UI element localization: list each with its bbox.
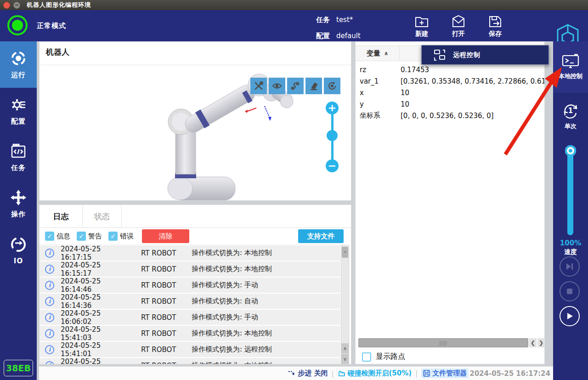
speed-slider-track[interactable]: [567, 148, 573, 235]
close-icon[interactable]: [3, 2, 10, 9]
show-waypoints-row: 显示路点: [362, 352, 405, 362]
clear-button[interactable]: 清除: [142, 229, 189, 243]
log-tabs: 日志 状态: [40, 205, 351, 228]
sidebar-item-label: 操作: [11, 210, 26, 219]
minimize-icon[interactable]: [13, 2, 20, 9]
filter-info-label: 信息: [57, 232, 70, 241]
filter-error-checkbox[interactable]: ✓: [108, 232, 118, 241]
variables-collapse[interactable]: 变量 ∧: [356, 45, 400, 61]
log-row[interactable]: i2024-05-25 16:15:17RT ROBOT操作模式切换为: 本地控…: [40, 261, 340, 277]
info-icon: i: [45, 329, 54, 338]
save-button[interactable]: 保存: [477, 12, 514, 40]
status-timestamp: 2024-05-25 16:17:24: [469, 369, 550, 378]
collision-icon: [338, 370, 345, 377]
log-panel: 日志 状态 ✓ 信息 ✓ 警告 ✓ 错误 清除 支持文件 i2024-05-25…: [39, 204, 351, 364]
scroll-right-button[interactable]: ❯: [537, 338, 545, 347]
scroll-down-button[interactable]: ∨: [341, 354, 349, 364]
show-waypoints-checkbox[interactable]: [362, 352, 371, 362]
log-row[interactable]: i2024-05-25 16:17:15RT ROBOT操作模式切换为: 本地控…: [40, 245, 340, 261]
variable-row[interactable]: 坐标系[0, 0, 0, 0.5236, 0.5236, 0]: [356, 110, 544, 121]
rotate-icon: [327, 81, 337, 91]
collision-status[interactable]: 碰撞检测开启(50%): [338, 369, 412, 378]
file-manager-button[interactable]: 文件管理器: [421, 369, 469, 378]
gear-icon: [10, 96, 27, 113]
tab-log[interactable]: 日志: [40, 205, 83, 228]
info-icon: i: [45, 249, 54, 258]
variable-row[interactable]: y10: [356, 98, 544, 110]
zoom-out-button[interactable]: −: [326, 159, 339, 172]
single-run-button[interactable]: 1 单次: [553, 101, 588, 130]
visibility-button[interactable]: [269, 78, 285, 94]
task-value: test*: [336, 16, 353, 24]
filter-info-checkbox[interactable]: ✓: [45, 232, 54, 241]
reset-view-button[interactable]: [324, 78, 340, 94]
code-window-icon: [10, 142, 27, 160]
sidebar-item-label: 任务: [11, 164, 26, 172]
play-button[interactable]: [560, 306, 580, 326]
new-file-icon: [414, 15, 429, 28]
filter-warning-checkbox[interactable]: ✓: [77, 232, 86, 241]
horizontal-scroll-arrows: ❮ ❯: [529, 338, 545, 347]
zoom-in-button[interactable]: +: [326, 102, 339, 114]
step-forward-icon: [565, 262, 574, 271]
separator: |: [331, 369, 334, 378]
sidebar-item-operate[interactable]: 操作: [0, 181, 37, 227]
io-sync-icon: [10, 236, 27, 253]
check-icon: ✓: [79, 233, 84, 240]
local-control-button[interactable]: 本地控制: [553, 41, 588, 93]
tools-button[interactable]: [250, 78, 267, 94]
divider: [40, 65, 351, 65]
support-files-button[interactable]: 支持文件: [298, 229, 344, 243]
variable-row[interactable]: var_1[0.3261, 0.35348, 0.73416, 2.72866,…: [356, 75, 544, 87]
run-icon: [10, 50, 27, 67]
log-scrollbar[interactable]: ≡ ∧ ∨: [341, 245, 349, 364]
log-rows: i2024-05-25 16:17:15RT ROBOT操作模式切换为: 本地控…: [40, 245, 340, 364]
log-row[interactable]: i2024-05-25 16:06:02RT ROBOT操作模式切换为: 手动: [40, 310, 340, 325]
zoom-control: + −: [322, 102, 343, 177]
variable-row[interactable]: x10: [356, 87, 544, 98]
single-run-label: 单次: [565, 122, 577, 130]
zoom-slider-handle[interactable]: [327, 130, 338, 141]
remote-control-menu-item[interactable]: 远程控制: [421, 45, 549, 65]
step-mode-status[interactable]: 步进 关闭: [288, 369, 328, 378]
header-actions: 新建 打开 保存: [403, 12, 514, 40]
log-row[interactable]: i2024-05-25 15:40:54RT ROBOT操作模式切换为: 本地控…: [40, 358, 340, 364]
open-button[interactable]: 打开: [440, 12, 477, 40]
log-row[interactable]: i2024-05-25 16:14:46RT ROBOT操作模式切换为: 手动: [40, 278, 340, 293]
plus-icon: +: [328, 103, 336, 113]
sidebar-item-config[interactable]: 配置: [0, 88, 37, 134]
step-mode-icon: [288, 370, 295, 377]
variables-panel: 变量 ∧ rz0.17453 var_1[0.3261, 0.35348, 0.…: [355, 41, 545, 364]
info-icon: i: [45, 265, 54, 274]
scroll-left-button[interactable]: ❮: [529, 338, 537, 347]
task-label: 任务: [316, 16, 330, 24]
config-value: default: [336, 32, 361, 40]
sidebar-item-task[interactable]: 任务: [0, 134, 37, 181]
chevron-right-icon: ❯: [539, 340, 543, 346]
sidebar-item-label: 配置: [11, 117, 26, 126]
play-icon: [565, 312, 574, 321]
path-button[interactable]: [287, 78, 304, 94]
new-button[interactable]: 新建: [403, 12, 440, 40]
tab-status[interactable]: 状态: [83, 205, 122, 228]
app-header: 正常模式 任务test* 配置default 新建 打开 保存: [0, 10, 588, 41]
horizontal-scrollbar-thumb[interactable]: ||||: [358, 338, 528, 347]
tools-icon: [254, 81, 264, 91]
log-row[interactable]: i2024-05-25 15:41:01RT ROBOT操作模式切换为: 远程控…: [40, 342, 340, 357]
sidebar-item-run[interactable]: 运行: [0, 41, 37, 88]
log-filterbar: ✓ 信息 ✓ 警告 ✓ 错误 清除 支持文件: [40, 228, 351, 245]
scroll-up-button[interactable]: ∧: [341, 343, 349, 353]
log-row[interactable]: i2024-05-25 16:14:36RT ROBOT操作模式切换为: 自动: [40, 294, 340, 309]
log-scrollbar-thumb[interactable]: ≡: [342, 247, 348, 258]
variable-row[interactable]: rz0.17453: [356, 64, 544, 75]
open-file-icon: [451, 15, 466, 28]
sidebar-item-io[interactable]: IO: [0, 227, 37, 273]
stop-button[interactable]: [560, 281, 580, 301]
terminal-icon: [562, 54, 579, 68]
step-button[interactable]: [560, 256, 580, 277]
move-arrows-icon: [10, 189, 27, 206]
eraser-button[interactable]: [305, 78, 322, 94]
log-row[interactable]: i2024-05-25 15:41:03RT ROBOT操作模式切换为: 本地控…: [40, 326, 340, 341]
grip-icon: ≡: [344, 252, 347, 253]
speed-slider-handle[interactable]: [565, 145, 576, 156]
